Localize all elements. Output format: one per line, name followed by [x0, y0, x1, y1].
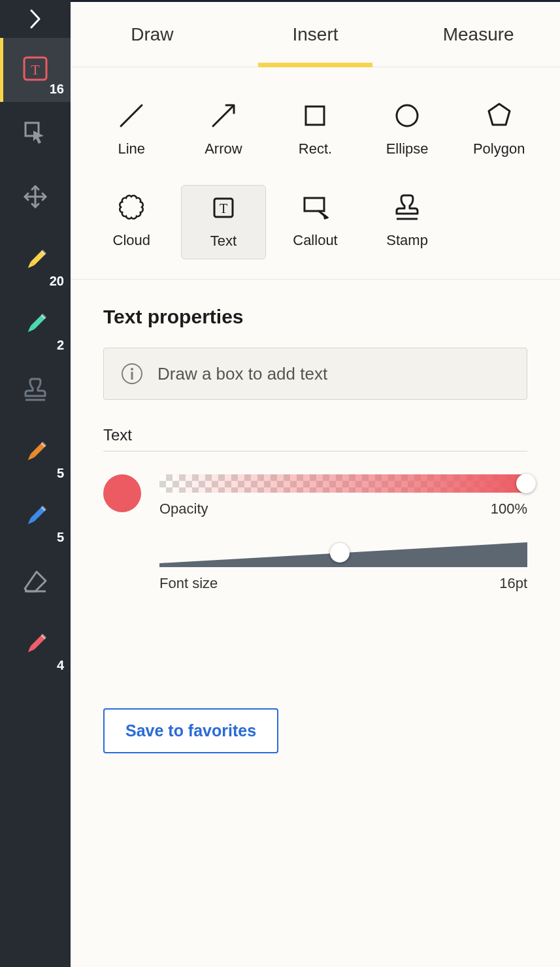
sidebar-expand[interactable]: [0, 0, 71, 38]
opacity-value: 100%: [491, 500, 527, 517]
arrow-icon: [208, 100, 239, 131]
save-to-favorites-button[interactable]: Save to favorites: [103, 708, 278, 753]
sidebar: T16202554: [0, 0, 71, 967]
sidebar-badge: 5: [57, 530, 64, 545]
sidebar-item-pen-pink[interactable]: 4: [0, 614, 71, 678]
svg-line-22: [121, 105, 142, 126]
font-size-thumb[interactable]: [330, 543, 350, 563]
tab-draw[interactable]: Draw: [71, 2, 234, 67]
eraser-icon: [21, 566, 50, 598]
sidebar-item-stamp-tool[interactable]: [0, 358, 71, 422]
svg-line-23: [213, 107, 233, 126]
opacity-label: Opacity: [159, 500, 208, 517]
svg-marker-26: [489, 104, 510, 125]
font-size-row: Font size 16pt: [103, 542, 527, 592]
text-icon: T: [22, 55, 49, 85]
cloud-icon: [116, 191, 147, 223]
sidebar-badge: 4: [57, 658, 64, 673]
stamp-icon: [391, 191, 423, 223]
ellipse-icon: [391, 100, 423, 131]
sidebar-badge: 5: [57, 466, 64, 481]
sidebar-badge: 16: [50, 82, 64, 97]
stamp-icon: [22, 375, 49, 405]
pen-icon: [21, 438, 50, 470]
sidebar-badge: 20: [50, 274, 64, 289]
sidebar-item-pen-blue[interactable]: 5: [0, 486, 71, 550]
shape-label: Stamp: [386, 232, 428, 249]
svg-point-25: [397, 105, 418, 126]
pen-icon: [21, 631, 50, 662]
svg-text:T: T: [31, 61, 40, 78]
hint-text: Draw a box to add text: [157, 364, 327, 384]
svg-rect-33: [131, 372, 133, 380]
sidebar-item-pen-teal[interactable]: 2: [0, 294, 71, 358]
rect-icon: [299, 100, 331, 131]
info-icon: [121, 363, 143, 385]
chevron-right-icon: [29, 9, 42, 29]
shape-callout[interactable]: Callout: [272, 185, 358, 259]
shape-text[interactable]: TText: [181, 185, 267, 259]
pen-icon: [21, 246, 50, 278]
shape-ellipse[interactable]: Ellipse: [365, 93, 450, 167]
cursor-icon: [22, 119, 49, 149]
shape-stamp[interactable]: Stamp: [365, 185, 450, 259]
text-icon: T: [208, 192, 239, 223]
shape-line[interactable]: Line: [89, 93, 174, 167]
shape-label: Rect.: [299, 140, 332, 157]
sidebar-item-text-tool[interactable]: T16: [0, 38, 71, 102]
pen-icon: [21, 502, 50, 534]
shape-label: Callout: [293, 232, 337, 249]
shape-arrow[interactable]: Arrow: [181, 93, 267, 167]
section-label-text: Text: [103, 426, 527, 451]
shape-label: Ellipse: [386, 140, 429, 157]
shape-grid: LineArrowRect.EllipsePolygonCloudTTextCa…: [71, 67, 560, 280]
font-size-slider[interactable]: [159, 542, 527, 567]
tab-insert[interactable]: Insert: [234, 2, 397, 67]
shape-rect[interactable]: Rect.: [272, 93, 358, 167]
svg-rect-24: [306, 107, 324, 125]
opacity-slider[interactable]: [159, 474, 527, 493]
font-size-label: Font size: [159, 575, 218, 592]
properties-title: Text properties: [103, 306, 527, 328]
opacity-row: Opacity 100%: [103, 474, 527, 517]
shape-label: Cloud: [113, 232, 150, 249]
main-panel: DrawInsertMeasure LineArrowRect.EllipseP…: [71, 0, 560, 967]
callout-icon: [299, 191, 331, 223]
sidebar-badge: 2: [57, 338, 64, 353]
shape-label: Arrow: [205, 140, 242, 157]
hint-box: Draw a box to add text: [103, 348, 527, 400]
shape-cloud[interactable]: Cloud: [89, 185, 174, 259]
sidebar-item-pen-yellow[interactable]: 20: [0, 230, 71, 294]
shape-label: Text: [210, 233, 237, 250]
svg-rect-29: [305, 198, 324, 211]
pen-icon: [21, 310, 50, 342]
svg-text:T: T: [220, 201, 227, 216]
line-icon: [116, 100, 147, 131]
shape-label: Line: [118, 140, 146, 157]
sidebar-item-eraser-tool[interactable]: [0, 550, 71, 614]
polygon-icon: [484, 100, 515, 131]
sidebar-item-select-tool[interactable]: [0, 102, 71, 166]
properties-panel: Text properties Draw a box to add text T…: [71, 280, 560, 773]
opacity-thumb[interactable]: [516, 474, 536, 493]
color-swatch[interactable]: [103, 474, 141, 512]
font-size-value: 16pt: [499, 575, 527, 592]
tab-measure[interactable]: Measure: [397, 2, 560, 67]
sidebar-item-pen-orange[interactable]: 5: [0, 422, 71, 486]
shape-polygon[interactable]: Polygon: [456, 93, 542, 167]
svg-point-32: [131, 368, 133, 370]
sidebar-item-move-tool[interactable]: [0, 166, 71, 230]
move-icon: [21, 182, 50, 214]
shape-label: Polygon: [473, 140, 525, 157]
tab-bar: DrawInsertMeasure: [71, 2, 560, 67]
